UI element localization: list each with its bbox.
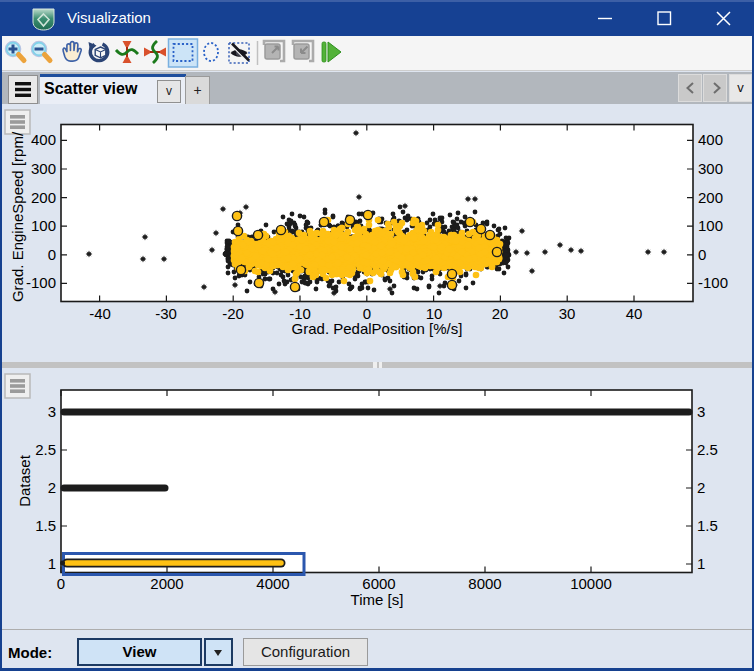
- svg-text:40: 40: [626, 305, 643, 322]
- svg-text:2000: 2000: [150, 575, 183, 592]
- svg-text:-100: -100: [26, 274, 56, 291]
- svg-text:-20: -20: [222, 305, 244, 322]
- svg-text:3: 3: [697, 403, 705, 420]
- svg-text:1.5: 1.5: [35, 517, 56, 534]
- svg-text:1: 1: [697, 555, 705, 572]
- svg-text:3: 3: [48, 403, 56, 420]
- svg-text:2.5: 2.5: [35, 441, 56, 458]
- svg-text:30: 30: [559, 305, 576, 322]
- svg-text:20: 20: [492, 305, 509, 322]
- svg-text:400: 400: [31, 131, 56, 148]
- svg-text:0: 0: [48, 246, 56, 263]
- svg-text:2: 2: [48, 479, 56, 496]
- svg-text:300: 300: [698, 160, 723, 177]
- svg-text:Dataset: Dataset: [16, 454, 33, 507]
- svg-text:10000: 10000: [570, 575, 612, 592]
- svg-text:Grad. PedalPosition [%/s]: Grad. PedalPosition [%/s]: [292, 320, 463, 337]
- svg-text:-30: -30: [155, 305, 177, 322]
- svg-text:100: 100: [698, 217, 723, 234]
- svg-text:300: 300: [31, 160, 56, 177]
- svg-text:2.5: 2.5: [697, 441, 718, 458]
- svg-text:Time [s]: Time [s]: [351, 591, 404, 608]
- svg-text:200: 200: [31, 189, 56, 206]
- svg-text:400: 400: [698, 131, 723, 148]
- svg-text:0: 0: [57, 575, 65, 592]
- svg-text:8000: 8000: [468, 575, 501, 592]
- svg-text:2: 2: [697, 479, 705, 496]
- svg-text:-100: -100: [698, 274, 728, 291]
- svg-text:4000: 4000: [256, 575, 289, 592]
- svg-text:1.5: 1.5: [697, 517, 718, 534]
- svg-text:100: 100: [31, 217, 56, 234]
- svg-text:6000: 6000: [362, 575, 395, 592]
- svg-text:-40: -40: [89, 305, 111, 322]
- svg-text:0: 0: [698, 246, 706, 263]
- svg-text:200: 200: [698, 189, 723, 206]
- svg-text:1: 1: [48, 555, 56, 572]
- svg-text:Grad. EngineSpeed [rpm/: Grad. EngineSpeed [rpm/: [9, 131, 26, 302]
